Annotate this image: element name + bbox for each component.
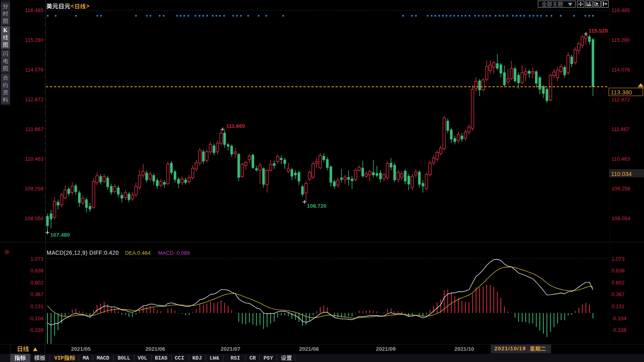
svg-text:107.480: 107.480 [50,232,70,238]
svg-text:-0.339: -0.339 [29,327,43,333]
svg-text:112.872: 112.872 [611,96,630,102]
svg-text:BIAS: BIAS [155,355,167,361]
svg-text:113.380: 113.380 [611,89,632,96]
svg-text:-0.104: -0.104 [29,315,43,321]
svg-text:116.485: 116.485 [611,7,630,13]
svg-text:MACD(26,12,9) DIFF:0.420: MACD(26,12,9) DIFF:0.420 [47,250,119,256]
svg-text:1.073: 1.073 [611,256,625,262]
svg-text:110.034: 110.034 [611,171,632,177]
svg-text:BOLL: BOLL [117,355,130,361]
svg-text:112.872: 112.872 [25,96,43,102]
svg-text:111.667: 111.667 [611,126,630,132]
svg-text:115.280: 115.280 [25,37,43,43]
svg-text:0.838: 0.838 [30,268,43,274]
svg-text:114.076: 114.076 [25,67,43,73]
svg-text:0.131: 0.131 [30,303,43,309]
svg-text:2021/06: 2021/06 [146,346,165,352]
svg-text:<: < [71,3,74,9]
svg-text:MA: MA [83,355,89,361]
svg-text:116.485: 116.485 [25,7,43,13]
svg-text:KDJ: KDJ [192,355,202,361]
svg-text:110.463: 110.463 [25,156,43,162]
svg-text:110.463: 110.463 [611,156,630,162]
svg-text:-0.339: -0.339 [611,327,626,333]
svg-text:PSY: PSY [263,355,273,361]
svg-text:1.073: 1.073 [30,256,43,262]
svg-text:109.258: 109.258 [611,186,630,192]
svg-text:114.076: 114.076 [611,67,630,73]
svg-text:0.367: 0.367 [30,291,43,297]
svg-text:-0.104: -0.104 [611,315,626,321]
svg-text:0.838: 0.838 [611,268,625,274]
svg-text:0.367: 0.367 [611,291,625,297]
svg-text:K: K [3,27,8,33]
svg-text:0.131: 0.131 [611,303,625,309]
svg-text:108.720: 108.720 [307,203,327,209]
svg-text:2021/09: 2021/09 [376,346,396,352]
svg-text:CCI: CCI [175,355,184,361]
svg-text:RSI: RSI [230,355,240,361]
svg-text:108.054: 108.054 [25,215,43,221]
svg-text:MACD: MACD [97,355,109,361]
svg-text:2021/07: 2021/07 [221,346,241,352]
svg-text:115.280: 115.280 [611,37,630,43]
svg-text:CR: CR [249,355,256,361]
svg-text:0.602: 0.602 [30,280,43,286]
svg-text:MACD:-0.089: MACD:-0.089 [158,250,190,256]
svg-text:2021/08: 2021/08 [299,346,319,352]
svg-text:109.258: 109.258 [25,186,43,192]
svg-text:111.660: 111.660 [226,123,245,129]
svg-text:115.520: 115.520 [588,28,608,34]
svg-text:DEA:0.464: DEA:0.464 [125,250,150,256]
svg-text:108.054: 108.054 [611,215,630,221]
svg-text:2021/10: 2021/10 [455,346,474,352]
svg-text:VIP: VIP [54,355,64,361]
svg-text:LW&: LW& [210,355,219,361]
svg-text:2021/10/19: 2021/10/19 [494,346,526,352]
svg-text:2021/05: 2021/05 [71,346,91,352]
svg-text:0.602: 0.602 [611,280,625,286]
svg-text:>: > [86,3,89,9]
svg-text:VOL: VOL [138,355,147,361]
svg-text:111.667: 111.667 [25,126,43,132]
